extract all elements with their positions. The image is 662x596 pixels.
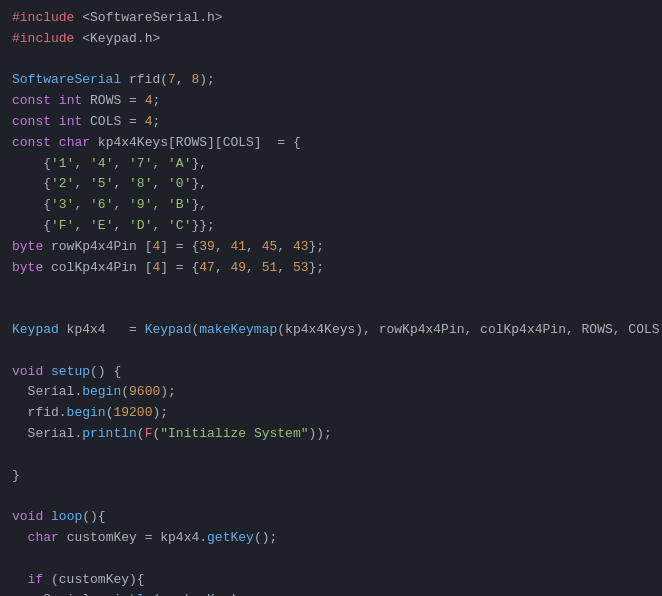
line-16: Keypad kp4x4 = Keypad(makeKeymap(kp4x4Ke… [12,320,650,341]
line-21: Serial.println(F("Initialize System")); [12,424,650,445]
line-10: {'3', '6', '9', 'B'}, [12,195,650,216]
line-23: } [12,466,650,487]
line-12: byte rowKp4x4Pin [4] = {39, 41, 45, 43}; [12,237,650,258]
line-24 [12,486,650,507]
line-1: #include <SoftwareSerial.h> [12,8,650,29]
line-14 [12,278,650,299]
code-editor: #include <SoftwareSerial.h> #include <Ke… [0,0,662,596]
line-27 [12,549,650,570]
line-5: const int ROWS = 4; [12,91,650,112]
line-13: byte colKp4x4Pin [4] = {47, 49, 51, 53}; [12,258,650,279]
line-20: rfid.begin(19200); [12,403,650,424]
line-4: SoftwareSerial rfid(7, 8); [12,70,650,91]
line-25: void loop(){ [12,507,650,528]
line-15 [12,299,650,320]
line-18: void setup() { [12,362,650,383]
line-7: const char kp4x4Keys[ROWS][COLS] = { [12,133,650,154]
line-22 [12,445,650,466]
line-29: Serial.println(customKey); [12,590,650,596]
line-11: {'F', 'E', 'D', 'C'}}; [12,216,650,237]
line-28: if (customKey){ [12,570,650,591]
line-6: const int COLS = 4; [12,112,650,133]
line-2: #include <Keypad.h> [12,29,650,50]
line-8: {'1', '4', '7', 'A'}, [12,154,650,175]
line-19: Serial.begin(9600); [12,382,650,403]
line-26: char customKey = kp4x4.getKey(); [12,528,650,549]
line-17 [12,341,650,362]
line-9: {'2', '5', '8', '0'}, [12,174,650,195]
line-3 [12,50,650,71]
